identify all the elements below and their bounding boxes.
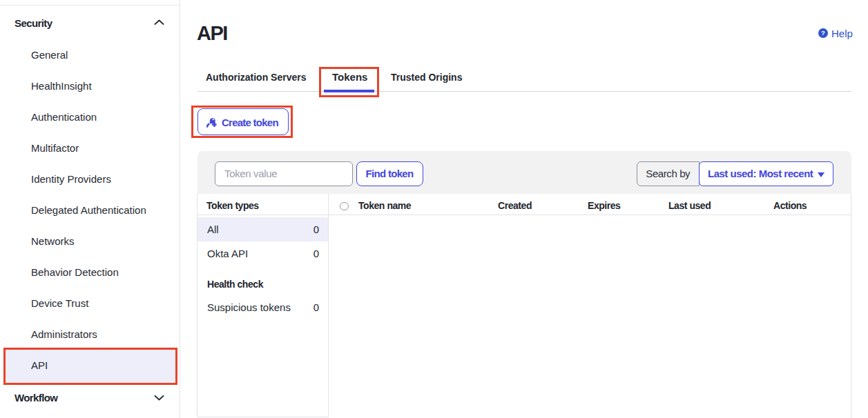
svg-text:?: ?	[821, 29, 825, 37]
